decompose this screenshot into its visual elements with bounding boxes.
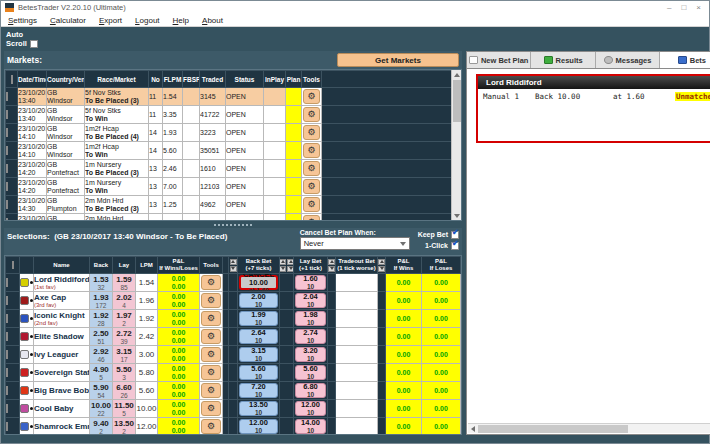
market-tools-button[interactable]: ⚙ xyxy=(303,197,320,212)
back-price-cell[interactable]: 9.402 xyxy=(90,418,113,436)
back-price-cell[interactable]: 1.93172 xyxy=(90,292,113,310)
one-click-checkbox[interactable]: ✔ xyxy=(451,242,459,250)
select-all-markets-checkbox[interactable] xyxy=(11,75,13,84)
back-bet-button[interactable]: 2.0010 xyxy=(239,293,278,308)
selection-row[interactable]: Elite Shadow2.50512.72392.420.000.00⚙2.6… xyxy=(6,328,461,346)
selection-row[interactable]: Ivy Leaguer2.92463.15173.000.000.00⚙3.15… xyxy=(6,346,461,364)
lay-price-cell[interactable]: 5.503 xyxy=(113,364,136,382)
back-price-cell[interactable]: 4.905 xyxy=(90,364,113,382)
selection-row-checkbox[interactable] xyxy=(6,296,8,305)
keep-bet-checkbox[interactable]: ✔ xyxy=(451,231,459,239)
back-price-cell[interactable]: 1.9228 xyxy=(90,310,113,328)
back-bet-button[interactable]: 13.5010 xyxy=(239,401,278,416)
menu-item-export[interactable]: Export xyxy=(99,16,122,25)
selection-tools-button[interactable]: ⚙ xyxy=(201,293,221,308)
market-row-checkbox[interactable] xyxy=(6,128,8,137)
auto-scroll-checkbox[interactable] xyxy=(30,40,38,48)
markets-scrollbar[interactable] xyxy=(451,70,461,220)
market-tools-button[interactable]: ⚙ xyxy=(303,215,320,221)
back-bet-button[interactable]: 1.9910 xyxy=(239,311,278,326)
back-price-cell[interactable]: 10.0022 xyxy=(90,400,113,418)
selection-row-checkbox[interactable] xyxy=(6,422,8,431)
lay-price-cell[interactable]: 13.502 xyxy=(113,418,136,436)
tick-down-button[interactable] xyxy=(287,266,294,272)
scrollbar-thumb[interactable] xyxy=(478,425,628,433)
panel-splitter[interactable] xyxy=(4,221,462,228)
selection-row[interactable]: Big Brave Bob5.90546.60265.600.000.00⚙7.… xyxy=(6,382,461,400)
lay-bet-button[interactable]: 6.8010 xyxy=(295,383,326,398)
scrollbar-thumb[interactable] xyxy=(453,80,461,122)
tradeout-bet-cell[interactable] xyxy=(336,400,378,418)
tradeout-bet-cell[interactable] xyxy=(336,382,378,400)
lay-bet-button[interactable]: 12.0010 xyxy=(295,401,326,416)
selection-row[interactable]: Shamrock Emma9.40213.50212.000.000.00⚙12… xyxy=(6,418,461,436)
market-plan-cell[interactable] xyxy=(286,106,302,124)
bets-horizontal-scrollbar[interactable] xyxy=(468,423,710,433)
market-row[interactable]: 23/10/201714:10GBWindsor1m2f HcapTo Be P… xyxy=(6,124,461,142)
market-row[interactable]: 23/10/201714:30GBPlumpton2m Mdn HrdTo Wi… xyxy=(6,214,461,222)
lay-price-cell[interactable]: 1.972 xyxy=(113,310,136,328)
get-markets-button[interactable]: Get Markets xyxy=(337,53,459,67)
tick-down-button[interactable] xyxy=(230,266,237,272)
market-row-checkbox[interactable] xyxy=(6,200,8,209)
menu-item-calculator[interactable]: Calculator xyxy=(50,16,86,25)
back-bet-button[interactable]: 7.2010 xyxy=(239,383,278,398)
market-row-checkbox[interactable] xyxy=(6,164,8,173)
market-plan-cell[interactable] xyxy=(286,196,302,214)
menu-item-about[interactable]: About xyxy=(202,16,223,25)
lay-bet-button[interactable]: 5.6010 xyxy=(295,365,326,380)
back-bet-button[interactable]: 12.0010 xyxy=(239,419,278,434)
market-plan-cell[interactable] xyxy=(286,214,302,222)
market-plan-cell[interactable] xyxy=(286,178,302,196)
selection-row[interactable]: Sovereign State4.9055.5035.800.000.00⚙5.… xyxy=(6,364,461,382)
back-bet-button[interactable]: 3.1510 xyxy=(239,347,278,362)
market-tools-button[interactable]: ⚙ xyxy=(303,125,320,140)
back-bet-button[interactable]: 5.6010 xyxy=(239,365,278,380)
lay-bet-button[interactable]: 3.2010 xyxy=(295,347,326,362)
scroll-down-icon[interactable] xyxy=(453,211,461,220)
selection-tools-button[interactable]: ⚙ xyxy=(201,401,221,416)
market-tools-button[interactable]: ⚙ xyxy=(303,89,320,104)
selection-row-checkbox[interactable] xyxy=(6,350,8,359)
market-tools-button[interactable]: ⚙ xyxy=(303,143,320,158)
selection-row-checkbox[interactable] xyxy=(6,404,8,413)
tick-up-button[interactable] xyxy=(328,259,335,265)
cancel-back-bet-button[interactable]: CANCEL 10.00at 1.60 xyxy=(239,275,278,290)
tradeout-bet-cell[interactable] xyxy=(336,310,378,328)
market-row[interactable]: 23/10/201714:30GBPlumpton2m Mdn HrdTo Be… xyxy=(6,196,461,214)
lay-bet-button[interactable]: 14.0010 xyxy=(295,419,326,434)
selection-tools-button[interactable]: ⚙ xyxy=(201,275,221,290)
selection-row-checkbox[interactable] xyxy=(6,278,8,287)
selection-tools-button[interactable]: ⚙ xyxy=(201,365,221,380)
market-row-checkbox[interactable] xyxy=(6,182,8,191)
selection-row[interactable]: Lord Riddiford(1st fav)1.53321.59851.540… xyxy=(6,274,461,292)
market-row-checkbox[interactable] xyxy=(6,218,8,222)
tab-results[interactable]: Results xyxy=(531,52,595,68)
back-price-cell[interactable]: 2.5051 xyxy=(90,328,113,346)
tick-down-button[interactable] xyxy=(328,266,335,272)
market-row[interactable]: 23/10/201714:20GBPontefract1m NurseryTo … xyxy=(6,178,461,196)
market-row-checkbox[interactable] xyxy=(6,110,8,119)
cancel-bet-plan-select[interactable]: Never xyxy=(300,237,410,250)
market-row-checkbox[interactable] xyxy=(6,146,8,155)
selection-row-checkbox[interactable] xyxy=(6,332,8,341)
tradeout-bet-cell[interactable] xyxy=(336,364,378,382)
market-tools-button[interactable]: ⚙ xyxy=(303,107,320,122)
market-row[interactable]: 23/10/201714:10GBWindsor1m2f HcapTo Win1… xyxy=(6,142,461,160)
tick-down-button[interactable] xyxy=(280,266,287,272)
tradeout-bet-cell[interactable] xyxy=(336,274,378,292)
selection-row-checkbox[interactable] xyxy=(6,368,8,377)
lay-price-cell[interactable]: 1.5985 xyxy=(113,274,136,292)
market-plan-cell[interactable] xyxy=(286,88,302,106)
selection-tools-button[interactable]: ⚙ xyxy=(201,347,221,362)
selection-tools-button[interactable]: ⚙ xyxy=(201,311,221,326)
tab-bets[interactable]: Bets xyxy=(660,52,710,68)
back-price-cell[interactable]: 2.9246 xyxy=(90,346,113,364)
scroll-up-icon[interactable] xyxy=(453,70,461,79)
selection-tools-button[interactable]: ⚙ xyxy=(201,419,221,434)
tick-up-button[interactable] xyxy=(287,259,294,265)
lay-price-cell[interactable]: 6.6026 xyxy=(113,382,136,400)
back-price-cell[interactable]: 5.9054 xyxy=(90,382,113,400)
lay-bet-button[interactable]: 1.6010 xyxy=(295,275,326,290)
lay-price-cell[interactable]: 11.505 xyxy=(113,400,136,418)
